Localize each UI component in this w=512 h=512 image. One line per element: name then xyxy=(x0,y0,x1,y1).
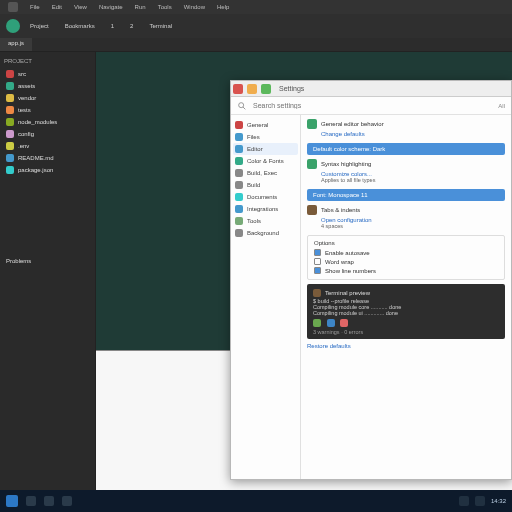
options-block: Options Enable autosave Word wrap Show l… xyxy=(307,235,505,280)
toolbar-item[interactable]: 2 xyxy=(130,23,133,29)
menu-item[interactable]: File xyxy=(30,4,40,10)
file-icon xyxy=(6,142,14,150)
nav-item[interactable]: Build xyxy=(233,179,298,191)
nav-item-label: Background xyxy=(247,230,279,236)
file-icon xyxy=(6,166,14,174)
maximize-icon[interactable] xyxy=(261,84,271,94)
checkbox[interactable] xyxy=(314,249,321,256)
terminal-preview: Terminal preview $ build --profile relea… xyxy=(307,284,505,339)
tray-icon[interactable] xyxy=(459,496,469,506)
taskbar-app-icon[interactable] xyxy=(44,496,54,506)
editor-tab[interactable]: app.js xyxy=(0,38,32,51)
checkbox[interactable] xyxy=(314,258,321,265)
section-header: Syntax highlighting xyxy=(307,159,505,169)
restore-defaults-link[interactable]: Restore defaults xyxy=(307,343,505,349)
menu-item[interactable]: Help xyxy=(217,4,229,10)
menu-item[interactable]: View xyxy=(74,4,87,10)
folder-icon xyxy=(6,70,14,78)
nav-item[interactable]: Background xyxy=(233,227,298,239)
nav-item[interactable]: Files xyxy=(233,131,298,143)
menu-item[interactable]: Edit xyxy=(52,4,62,10)
folder-icon xyxy=(6,82,14,90)
status-chip xyxy=(340,319,348,327)
ide-menubar: File Edit View Navigate Run Tools Window… xyxy=(0,0,512,14)
taskbar-app-icon[interactable] xyxy=(26,496,36,506)
menu-item[interactable]: Window xyxy=(184,4,205,10)
settings-window: Settings All General Files Editor Color … xyxy=(230,80,512,480)
sidebar-item[interactable]: README.md xyxy=(4,152,91,164)
toolbar-item[interactable]: 1 xyxy=(111,23,114,29)
nav-item[interactable]: Color & Fonts xyxy=(233,155,298,167)
search-input[interactable] xyxy=(253,102,492,109)
option-row[interactable]: Show line numbers xyxy=(314,266,498,275)
settings-body: General Files Editor Color & Fonts Build… xyxy=(231,115,511,479)
menu-item[interactable]: Tools xyxy=(158,4,172,10)
nav-item-label: Build, Exec xyxy=(247,170,277,176)
sidebar-item-label: vendor xyxy=(18,95,36,101)
sidebar-item[interactable]: src xyxy=(4,68,91,80)
nav-item-label: Files xyxy=(247,134,260,140)
sidebar-item-label: config xyxy=(18,131,34,137)
taskbar-app-icon[interactable] xyxy=(62,496,72,506)
category-icon xyxy=(235,193,243,201)
section-link[interactable]: Change defaults xyxy=(321,131,505,137)
nav-item[interactable]: Build, Exec xyxy=(233,167,298,179)
settings-nav: General Files Editor Color & Fonts Build… xyxy=(231,115,301,479)
nav-item[interactable]: Tools xyxy=(233,215,298,227)
checkbox[interactable] xyxy=(314,267,321,274)
system-tray: 14:32 xyxy=(459,496,506,506)
close-icon[interactable] xyxy=(233,84,243,94)
tray-icon[interactable] xyxy=(475,496,485,506)
settings-section: Syntax highlighting Customize colors... … xyxy=(307,159,505,183)
toolbar-item[interactable]: Terminal xyxy=(149,23,172,29)
clock[interactable]: 14:32 xyxy=(491,498,506,504)
nav-item[interactable]: Integrations xyxy=(233,203,298,215)
search-icon xyxy=(237,101,247,111)
option-row[interactable]: Enable autosave xyxy=(314,248,498,257)
sidebar-item[interactable]: package.json xyxy=(4,164,91,176)
sidebar-item-label: package.json xyxy=(18,167,53,173)
option-row[interactable]: Word wrap xyxy=(314,257,498,266)
nav-item-label: Tools xyxy=(247,218,261,224)
category-icon xyxy=(235,181,243,189)
terminal-footer: 3 warnings · 0 errors xyxy=(313,329,499,335)
settings-content: General editor behavior Change defaults … xyxy=(301,115,511,479)
category-icon xyxy=(235,121,243,129)
terminal-icon xyxy=(313,289,321,297)
toolbar-item[interactable]: Bookmarks xyxy=(65,23,95,29)
ide-toolbar: Project Bookmarks 1 2 Terminal xyxy=(0,14,512,38)
search-scope[interactable]: All xyxy=(498,103,505,109)
toolbar-item[interactable]: Project xyxy=(30,23,49,29)
sidebar-item[interactable]: tests xyxy=(4,104,91,116)
sidebar-item[interactable]: assets xyxy=(4,80,91,92)
section-header: General editor behavior xyxy=(307,119,505,129)
options-title: Options xyxy=(314,240,335,246)
nav-item[interactable]: General xyxy=(233,119,298,131)
sidebar-item[interactable]: .env xyxy=(4,140,91,152)
nav-item-label: Editor xyxy=(247,146,263,152)
category-icon xyxy=(235,205,243,213)
nav-item[interactable]: Documents xyxy=(233,191,298,203)
sidebar-item[interactable]: config xyxy=(4,128,91,140)
start-button[interactable] xyxy=(6,495,18,507)
taskbar: 14:32 xyxy=(0,490,512,512)
sidebar-item[interactable]: vendor xyxy=(4,92,91,104)
file-icon xyxy=(6,154,14,162)
menu-item[interactable]: Run xyxy=(135,4,146,10)
titlebar[interactable]: Settings xyxy=(231,81,511,97)
selected-row[interactable]: Default color scheme: Dark xyxy=(307,143,505,155)
sidebar-item[interactable]: node_modules xyxy=(4,116,91,128)
options-header: Options xyxy=(314,240,498,246)
folder-icon xyxy=(6,106,14,114)
terminal-line: Compiling module ui ............. done xyxy=(313,310,499,316)
nav-item-label: Integrations xyxy=(247,206,278,212)
selected-row[interactable]: Font: Monospace 11 xyxy=(307,189,505,201)
menu-item[interactable]: Navigate xyxy=(99,4,123,10)
sidebar-bottom-tab[interactable]: Problems xyxy=(4,256,91,266)
minimize-icon[interactable] xyxy=(247,84,257,94)
svg-point-0 xyxy=(239,102,244,107)
section-icon xyxy=(307,119,317,129)
avatar-icon[interactable] xyxy=(6,19,20,33)
sidebar-item-label: node_modules xyxy=(18,119,57,125)
nav-item[interactable]: Editor xyxy=(233,143,298,155)
